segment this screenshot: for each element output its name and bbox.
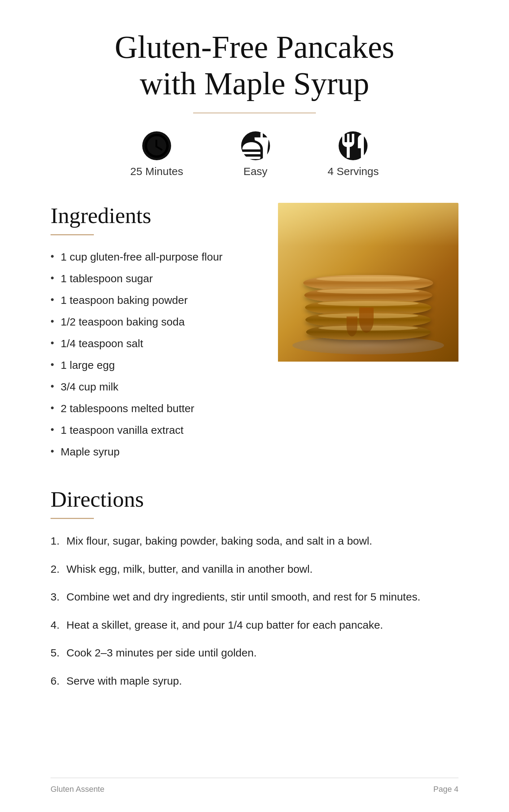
step-item: 1.Mix flour, sugar, baking powder, bakin… <box>51 532 458 550</box>
difficulty-label: Easy <box>243 165 267 178</box>
list-item: 3/4 cup milk <box>51 378 256 396</box>
meta-difficulty: Easy <box>241 131 270 178</box>
list-item: 1/4 teaspoon salt <box>51 335 256 352</box>
title-divider <box>193 113 316 113</box>
step-item: 6.Serve with maple syrup. <box>51 672 458 690</box>
time-label: 25 Minutes <box>130 165 183 178</box>
recipe-title: Gluten-Free Pancakeswith Maple Syrup <box>51 29 458 102</box>
recipe-page: Gluten-Free Pancakeswith Maple Syrup 25 … <box>0 0 509 812</box>
list-item: Maple syrup <box>51 443 256 460</box>
ingredients-heading: Ingredients <box>51 203 256 228</box>
footer-brand: Gluten Assente <box>51 785 104 794</box>
footer-page: Page 4 <box>433 785 458 794</box>
title-section: Gluten-Free Pancakeswith Maple Syrup <box>51 29 458 113</box>
utensils-icon <box>339 131 367 160</box>
meta-row: 25 Minutes Easy 4 Servings <box>51 131 458 178</box>
ingredients-list: 1 cup gluten-free all-purpose flour 1 ta… <box>51 248 256 460</box>
food-image <box>278 203 458 465</box>
fork-x-icon <box>241 131 270 160</box>
page-footer: Gluten Assente Page 4 <box>51 778 458 794</box>
meta-time: 25 Minutes <box>130 131 183 178</box>
content-area: Ingredients 1 cup gluten-free all-purpos… <box>51 203 458 465</box>
directions-heading: Directions <box>51 486 458 512</box>
list-item: 1 tablespoon sugar <box>51 270 256 287</box>
list-item: 1 teaspoon baking powder <box>51 292 256 309</box>
meta-servings: 4 Servings <box>328 131 379 178</box>
list-item: 1/2 teaspoon baking soda <box>51 313 256 331</box>
step-item: 5.Cook 2–3 minutes per side until golden… <box>51 644 458 662</box>
directions-section: Directions 1.Mix flour, sugar, baking po… <box>51 486 458 690</box>
step-item: 2.Whisk egg, milk, butter, and vanilla i… <box>51 560 458 578</box>
servings-label: 4 Servings <box>328 165 379 178</box>
list-item: 2 tablespoons melted butter <box>51 400 256 417</box>
directions-divider <box>51 518 94 519</box>
directions-list: 1.Mix flour, sugar, baking powder, bakin… <box>51 532 458 690</box>
ingredients-section: Ingredients 1 cup gluten-free all-purpos… <box>51 203 256 465</box>
list-item: 1 large egg <box>51 357 256 374</box>
list-item: 1 cup gluten-free all-purpose flour <box>51 248 256 266</box>
clock-icon <box>142 131 171 160</box>
step-item: 3.Combine wet and dry ingredients, stir … <box>51 588 458 606</box>
ingredients-divider <box>51 234 94 235</box>
step-item: 4.Heat a skillet, grease it, and pour 1/… <box>51 616 458 634</box>
list-item: 1 teaspoon vanilla extract <box>51 422 256 439</box>
